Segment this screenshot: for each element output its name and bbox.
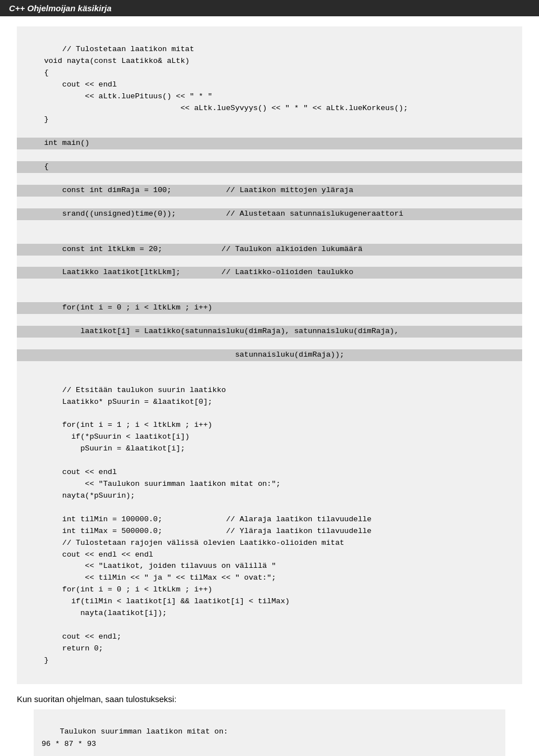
header-title: C++ Ohjelmoijan käsikirja	[9, 3, 112, 13]
page-header: C++ Ohjelmoijan käsikirja	[0, 0, 539, 16]
code-block: // Tulostetaan laatikon mitat void nayta…	[17, 26, 522, 684]
prose-paragraph: Kun suoritan ohjelman, saan tulostukseks…	[17, 694, 522, 704]
code-text: // Tulostetaan laatikon mitat void nayta…	[26, 45, 513, 664]
output-block: Taulukon suurimman laatikon mitat on: 96…	[34, 709, 505, 756]
main-content: // Tulostetaan laatikon mitat void nayta…	[0, 16, 539, 756]
output-text: Taulukon suurimman laatikon mitat on: 96…	[42, 727, 310, 756]
